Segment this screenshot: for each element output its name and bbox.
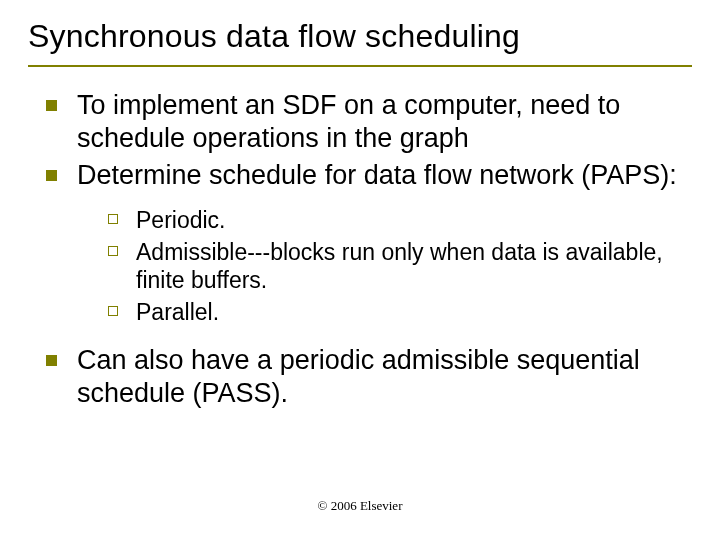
sub-bullet-text: Periodic.	[136, 206, 225, 234]
slide: Synchronous data flow scheduling To impl…	[0, 0, 720, 540]
bullet-level1: Determine schedule for data flow network…	[46, 159, 692, 192]
square-bullet-icon	[46, 170, 57, 181]
bullet-text: Can also have a periodic admissible sequ…	[77, 344, 692, 410]
square-bullet-icon	[46, 355, 57, 366]
square-bullet-icon	[46, 100, 57, 111]
hollow-square-bullet-icon	[108, 214, 118, 224]
slide-title: Synchronous data flow scheduling	[28, 12, 692, 67]
sub-bullet-text: Admissible---blocks run only when data i…	[136, 238, 692, 294]
hollow-square-bullet-icon	[108, 306, 118, 316]
hollow-square-bullet-icon	[108, 246, 118, 256]
sub-bullet-group: Periodic. Admissible---blocks run only w…	[46, 206, 692, 326]
slide-body: To implement an SDF on a computer, need …	[28, 89, 692, 410]
sub-bullet-text: Parallel.	[136, 298, 219, 326]
copyright-footer: © 2006 Elsevier	[0, 498, 720, 514]
bullet-text: To implement an SDF on a computer, need …	[77, 89, 692, 155]
bullet-level1: To implement an SDF on a computer, need …	[46, 89, 692, 155]
bullet-text: Determine schedule for data flow network…	[77, 159, 677, 192]
bullet-level1: Can also have a periodic admissible sequ…	[46, 344, 692, 410]
bullet-level2: Parallel.	[108, 298, 692, 326]
bullet-level2: Periodic.	[108, 206, 692, 234]
bullet-level2: Admissible---blocks run only when data i…	[108, 238, 692, 294]
